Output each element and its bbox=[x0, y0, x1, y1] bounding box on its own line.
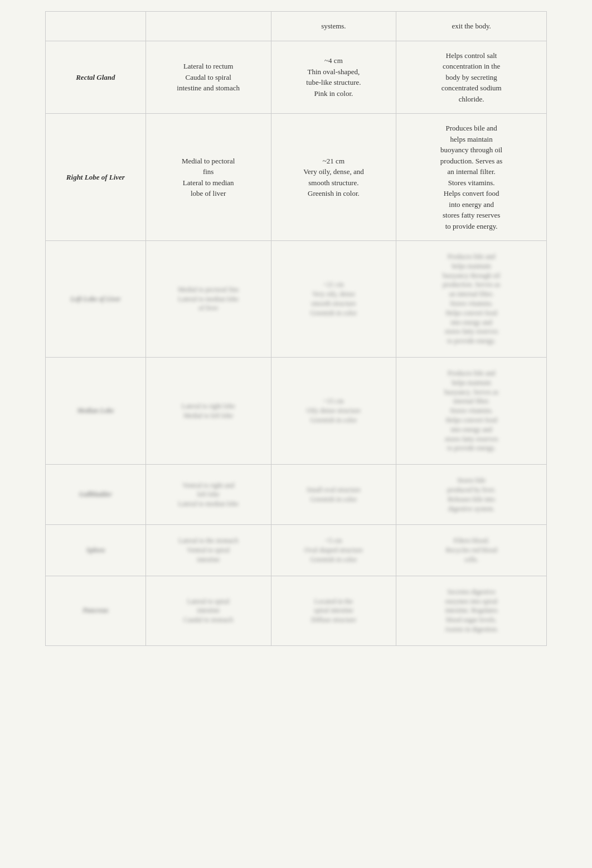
table-row-rectal-gland: Rectal Gland Lateral to rectumCaudal to … bbox=[46, 41, 547, 114]
cell-blurred-1-location: Medial to pectoral finsLateral to median… bbox=[145, 241, 271, 358]
table-row-blurred-4: Spleen Lateral to the stomachVentral to … bbox=[46, 525, 547, 576]
table-row-blurred-1: Left Lobe of Liver Medial to pectoral fi… bbox=[46, 241, 547, 358]
table-row-partial-top: systems. exit the body. bbox=[46, 12, 547, 41]
cell-blurred-5-appearance: Located in thespiral intestineDiffuse st… bbox=[271, 576, 396, 645]
cell-blurred-4-appearance: ~5 cmOval shaped structureGreenish in co… bbox=[271, 525, 396, 576]
table-row-blurred-2: Median Lobe Lateral to right lobeMedial … bbox=[46, 357, 547, 464]
table-row-right-lobe-liver: Right Lobe of Liver Medial to pectoralfi… bbox=[46, 114, 547, 241]
cell-rectal-gland-name: Rectal Gland bbox=[46, 41, 146, 114]
cell-blurred-2-name: Median Lobe bbox=[46, 357, 146, 464]
cell-right-lobe-location: Medial to pectoralfinsLateral to medianl… bbox=[145, 114, 271, 241]
cell-blurred-3-function: Stores bileproduced by liver.Releases bi… bbox=[396, 465, 547, 525]
cell-empty-1 bbox=[46, 12, 146, 41]
cell-blurred-2-location: Lateral to right lobeMedial to left lobe bbox=[145, 357, 271, 464]
cell-blurred-5-name: Pancreas bbox=[46, 576, 146, 645]
cell-blurred-3-name: Gallbladder bbox=[46, 465, 146, 525]
cell-blurred-3-appearance: Small oval structureGreenish in color bbox=[271, 465, 396, 525]
rectal-gland-label: Rectal Gland bbox=[76, 73, 115, 81]
cell-blurred-1-function: Produces bile andhelps maintainbuoyancy … bbox=[396, 241, 547, 358]
cell-rectal-gland-function: Helps control saltconcentration in thebo… bbox=[396, 41, 547, 114]
anatomy-table-container: systems. exit the body. Rectal Gland Lat… bbox=[45, 11, 547, 646]
cell-blurred-5-function: Secretes digestiveenzymes into spiralint… bbox=[396, 576, 547, 645]
cell-empty-2 bbox=[145, 12, 271, 41]
cell-blurred-4-location: Lateral to the stomachVentral to spirali… bbox=[145, 525, 271, 576]
cell-blurred-1-appearance: ~21 cmVery oily, densesmooth structureGr… bbox=[271, 241, 396, 358]
cell-rectal-gland-appearance: ~4 cmThin oval-shaped,tube-like structur… bbox=[271, 41, 396, 114]
cell-blurred-4-function: Filters blood.Recycles red bloodcells. bbox=[396, 525, 547, 576]
anatomy-table: systems. exit the body. Rectal Gland Lat… bbox=[45, 11, 547, 646]
table-row-blurred-3: Gallbladder Ventral to right andleft lob… bbox=[46, 465, 547, 525]
table-row-blurred-5: Pancreas Lateral to spiralintestineCauda… bbox=[46, 576, 547, 645]
cell-rectal-gland-location: Lateral to rectumCaudal to spiralintesti… bbox=[145, 41, 271, 114]
cell-blurred-3-location: Ventral to right andleft lobeLateral to … bbox=[145, 465, 271, 525]
cell-systems: systems. bbox=[271, 12, 396, 41]
cell-blurred-1-name: Left Lobe of Liver bbox=[46, 241, 146, 358]
cell-right-lobe-name: Right Lobe of Liver bbox=[46, 114, 146, 241]
cell-right-lobe-function: Produces bile andhelps maintainbuoyancy … bbox=[396, 114, 547, 241]
cell-right-lobe-appearance: ~21 cmVery oily, dense, andsmooth struct… bbox=[271, 114, 396, 241]
cell-blurred-2-function: Produces bile andhelps maintainbuoyancy.… bbox=[396, 357, 547, 464]
right-lobe-label: Right Lobe of Liver bbox=[66, 173, 125, 181]
cell-blurred-4-name: Spleen bbox=[46, 525, 146, 576]
cell-exit-body: exit the body. bbox=[396, 12, 547, 41]
systems-text: systems. bbox=[321, 22, 346, 30]
cell-blurred-2-appearance: ~15 cmOily dense structureGreenish in co… bbox=[271, 357, 396, 464]
cell-blurred-5-location: Lateral to spiralintestineCaudal to stom… bbox=[145, 576, 271, 645]
